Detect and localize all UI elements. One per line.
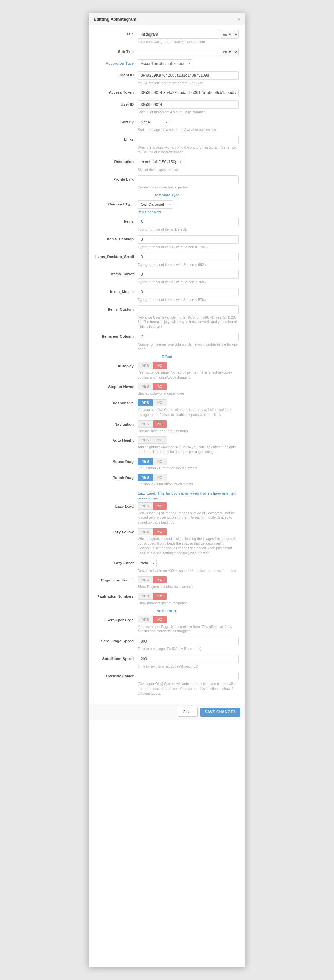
mouse-drag-yes-button[interactable]: YES: [138, 458, 153, 465]
scroll-per-page-yes-button[interactable]: YES: [138, 616, 153, 623]
items-desktop-input[interactable]: [138, 235, 239, 244]
profile-link-input[interactable]: [138, 175, 239, 184]
mouse-drag-no-button[interactable]: NO: [153, 458, 167, 465]
modal-close-button[interactable]: ×: [237, 16, 241, 22]
title-lang-select[interactable]: en ▼: [220, 30, 239, 38]
accordion-type-content: Accordion at small screen Always accordi…: [138, 59, 239, 68]
items-per-column-label: Items per Column: [95, 332, 138, 339]
links-hint: Wrap the images with a link to the photo…: [138, 145, 239, 154]
accordion-type-select[interactable]: Accordion at small screen Always accordi…: [138, 59, 193, 68]
lazy-load-toggle: YES NO: [138, 503, 239, 510]
access-token-content: [138, 89, 239, 97]
navigation-row: Navigation YES NO Display "next" and "pr…: [95, 420, 239, 433]
access-token-row: Access Token: [95, 89, 239, 97]
subtitle-row: Sub Title en ▼: [95, 48, 239, 56]
save-changes-button[interactable]: SAVE CHANGES: [200, 708, 241, 717]
touch-drag-yes-button[interactable]: YES: [138, 474, 153, 481]
stop-on-hover-row: Stop on Hover YES NO Stop autoplay on mo…: [95, 383, 239, 396]
next-page-section: NEXT PAGE: [95, 609, 239, 615]
stop-on-hover-no-button[interactable]: NO: [153, 383, 167, 390]
mouse-drag-row: Mouse Drag YES NO On Desktop - Turn off/…: [95, 458, 239, 471]
carousel-type-content: Owl Carousel Slick Carousel Items per Ro…: [138, 200, 239, 215]
items-per-column-input[interactable]: [138, 332, 239, 341]
items-mobile-hint: Typing number of items ( with Screen < 5…: [138, 297, 239, 302]
items-per-row-link[interactable]: Items per Row: [138, 210, 239, 215]
responsive-yes-button[interactable]: YES: [138, 399, 153, 406]
pagination-numbers-yes-button[interactable]: YES: [138, 593, 153, 600]
subtitle-input[interactable]: [138, 48, 219, 56]
user-id-content: User ID of Instagram Account. Type Numbe…: [138, 100, 239, 115]
navigation-yes-button[interactable]: YES: [138, 420, 153, 428]
lazy-effect-row: Lazy Effect fade false Default is fadein…: [95, 559, 239, 573]
links-input[interactable]: [138, 135, 239, 144]
navigation-no-button[interactable]: NO: [153, 420, 167, 428]
resolution-select[interactable]: thumbnail (150x150) low_resolution stand…: [138, 158, 184, 166]
scroll-per-page-toggle: YES NO: [138, 616, 239, 623]
subtitle-content: en ▼: [138, 48, 239, 56]
sort-by-select[interactable]: None most_recent least_recent most_liked…: [138, 118, 170, 126]
pagination-numbers-hint: Show numbers inside Pagination: [138, 601, 239, 606]
items-mobile-row: Items_Mobile Typing number of items ( wi…: [95, 288, 239, 302]
access-token-input[interactable]: [138, 89, 239, 97]
items-mobile-content: Typing number of items ( with Screen < 5…: [138, 288, 239, 302]
auto-height-yes-button[interactable]: YES: [138, 436, 153, 444]
items-mobile-input[interactable]: [138, 288, 239, 296]
lazy-load-yes-button[interactable]: YES: [138, 503, 153, 510]
touch-drag-no-button[interactable]: NO: [153, 474, 167, 481]
autoplay-content: YES NO Yes - scroll per page. No - scrol…: [138, 362, 239, 380]
user-id-input[interactable]: [138, 100, 239, 109]
profile-link-hint: Create link in footer link to profile: [138, 185, 239, 190]
scroll-item-speed-input[interactable]: [138, 655, 239, 663]
stop-on-hover-yes-button[interactable]: YES: [138, 383, 153, 390]
override-folder-input[interactable]: [138, 672, 239, 681]
touch-drag-row: Touch Drag YES NO On Mobile - Turn off/o…: [95, 474, 239, 487]
pagination-numbers-no-button[interactable]: NO: [153, 593, 167, 600]
close-button[interactable]: Close: [178, 708, 198, 717]
mouse-drag-hint: On Desktop - Turn off/on mouse events.: [138, 466, 239, 471]
client-id-row: Client ID Your API client id from Instag…: [95, 71, 239, 86]
carousel-type-select[interactable]: Owl Carousel Slick Carousel: [138, 200, 173, 209]
lazy-follow-no-button[interactable]: NO: [153, 528, 167, 535]
scroll-item-speed-row: Scroll Item Speed Time to next item. Ex …: [95, 655, 239, 669]
subtitle-lang-select[interactable]: en ▼: [220, 48, 239, 56]
scroll-item-speed-hint: Time to next item. Ex 200 (Milliseconds): [138, 664, 239, 669]
responsive-no-button[interactable]: NO: [153, 399, 167, 406]
scroll-per-page-content: YES NO Yes - scroll per Page. No - scrol…: [138, 616, 239, 634]
resolution-label: Resolution: [95, 158, 138, 164]
stop-on-hover-label: Stop on Hover: [95, 383, 138, 389]
lazy-load-no-button[interactable]: NO: [153, 503, 167, 510]
lazy-effect-label: Lazy Effect: [95, 559, 138, 565]
override-folder-row: Override Folder [Developer Only] System …: [95, 672, 239, 696]
scroll-per-page-no-button[interactable]: NO: [153, 616, 167, 623]
items-per-column-hint: Number of item per one column. Same with…: [138, 342, 239, 352]
modal-container: Editting ApInstagram × Title en ▼ The sc…: [89, 13, 245, 967]
auto-height-no-button[interactable]: NO: [153, 436, 167, 444]
items-mobile-label: Items_Mobile: [95, 288, 138, 294]
title-input[interactable]: [138, 30, 219, 38]
items-desktop-small-input[interactable]: [138, 253, 239, 261]
auto-height-hint: Add height to owl-wrapper-outer so you c…: [138, 445, 239, 454]
client-id-input[interactable]: [138, 71, 239, 80]
modal-body: Title en ▼ The script was get from http:…: [89, 25, 245, 704]
lazy-follow-content: YES NO When pagination used, it skips lo…: [138, 528, 239, 556]
items-desktop-content: Typing number of items ( with Screen = 1…: [138, 235, 239, 250]
user-id-row: User ID User ID of Instagram Account. Ty…: [95, 100, 239, 115]
autoplay-yes-button[interactable]: YES: [138, 362, 153, 369]
items-tablet-input[interactable]: [138, 270, 239, 278]
next-page-label: NEXT PAGE: [156, 609, 178, 613]
pagination-enable-no-button[interactable]: NO: [153, 576, 167, 584]
items-hint: Typing number of items. Default.: [138, 227, 239, 232]
mouse-drag-content: YES NO On Desktop - Turn off/on mouse ev…: [138, 458, 239, 471]
pagination-enable-yes-button[interactable]: YES: [138, 576, 153, 584]
items-desktop-row: Items_Desktop Typing number of items ( w…: [95, 235, 239, 250]
lazy-follow-row: Lazy Follow YES NO When pagination used,…: [95, 528, 239, 556]
items-input[interactable]: [138, 218, 239, 226]
items-custom-input[interactable]: [138, 305, 239, 314]
autoplay-no-button[interactable]: NO: [153, 362, 167, 369]
lazy-follow-yes-button[interactable]: YES: [138, 528, 153, 535]
autoplay-row: Autoplay YES NO Yes - scroll per page. N…: [95, 362, 239, 380]
scroll-page-speed-input[interactable]: [138, 637, 239, 646]
title-label: Title: [95, 30, 138, 36]
lazy-effect-select[interactable]: fade false: [138, 559, 157, 568]
sort-by-label: Sort By: [95, 118, 138, 124]
